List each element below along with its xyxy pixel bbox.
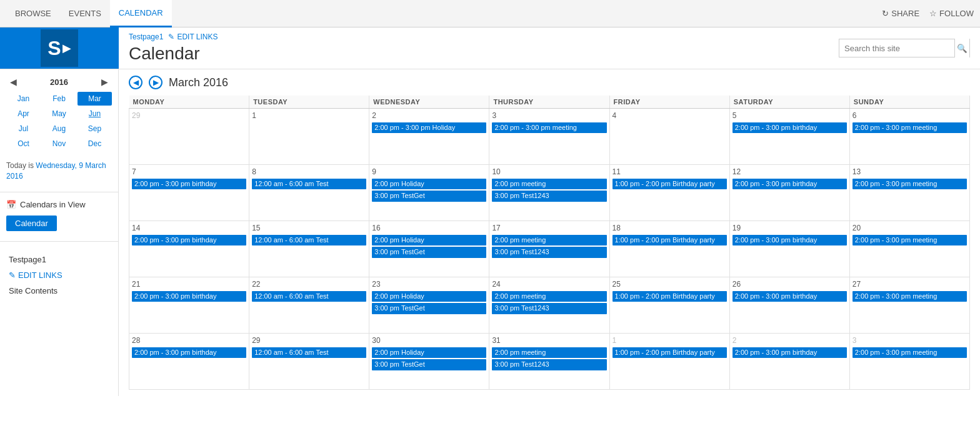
day-cell: 92:00 pm Holiday3:00 pm TestGet — [369, 165, 489, 221]
calendar-event[interactable]: 2:00 pm - 3:00 pm birthday — [132, 291, 246, 302]
mini-cal-next[interactable]: ▶ — [98, 76, 112, 88]
mini-month-jul[interactable]: Jul — [6, 122, 41, 136]
calendar-event[interactable]: 1:00 pm - 2:00 pm Birthday party — [612, 291, 727, 302]
cal-prev-button[interactable]: ◀ — [129, 76, 142, 89]
calendar-event[interactable]: 3:00 pm TestGet — [372, 359, 486, 370]
mini-cal-prev[interactable]: ◀ — [6, 76, 21, 88]
calendar-event[interactable]: 2:00 pm - 3:00 pm Holiday — [372, 122, 486, 133]
calendar-event[interactable]: 2:00 pm meeting — [492, 179, 606, 189]
week-row-2: 142:00 pm - 3:00 pm birthday1512:00 am -… — [129, 221, 970, 277]
calendar-event[interactable]: 2:00 pm - 3:00 pm meeting — [852, 235, 967, 245]
mini-cal-header: ◀ 2016 ▶ — [6, 76, 112, 88]
mini-month-aug[interactable]: Aug — [42, 122, 76, 136]
tab-events[interactable]: EVENTS — [60, 0, 110, 27]
mini-month-jan[interactable]: Jan — [6, 92, 41, 106]
day-number: 3 — [852, 336, 967, 345]
col-header-tuesday: TUESDAY — [249, 96, 369, 109]
calendar-event[interactable]: 12:00 am - 6:00 am Test — [252, 347, 366, 358]
day-cell: 272:00 pm - 3:00 pm meeting — [849, 277, 969, 334]
day-cell: 302:00 pm Holiday3:00 pm TestGet — [369, 334, 489, 390]
mini-month-feb[interactable]: Feb — [42, 92, 76, 106]
calendar-event[interactable]: 2:00 pm - 3:00 pm birthday — [132, 235, 246, 245]
calendar-event[interactable]: 2:00 pm - 3:00 pm birthday — [132, 179, 246, 189]
mini-month-oct[interactable]: Oct — [6, 137, 41, 151]
day-number: 2 — [372, 111, 486, 120]
calendar-event[interactable]: 3:00 pm TestGet — [372, 247, 486, 257]
day-cell: 251:00 pm - 2:00 pm Birthday party — [609, 277, 729, 334]
day-number: 24 — [492, 280, 606, 289]
mini-month-apr[interactable]: Apr — [6, 107, 41, 121]
calendar-event[interactable]: 1:00 pm - 2:00 pm Birthday party — [612, 235, 727, 245]
calendar-event[interactable]: 2:00 pm - 3:00 pm meeting — [852, 347, 967, 358]
calendar-event[interactable]: 2:00 pm Holiday — [372, 347, 486, 358]
calendar-nav: ◀ ▶ March 2016 — [129, 76, 970, 89]
calendar-event[interactable]: 3:00 pm TestGet — [372, 191, 486, 201]
calendar-event[interactable]: 3:00 pm TestGet — [372, 303, 486, 314]
sidebar: ◀ 2016 ▶ JanFebMarAprMayJunJulAugSepOctN… — [0, 69, 119, 396]
calendar-event[interactable]: 2:00 pm - 3:00 pm birthday — [732, 122, 847, 133]
share-button[interactable]: ↻ SHARE — [882, 9, 919, 18]
calendar-event[interactable]: 2:00 pm Holiday — [372, 179, 486, 189]
calendar-event[interactable]: 2:00 pm - 3:00 pm birthday — [132, 347, 246, 358]
calendar-event[interactable]: 2:00 pm - 3:00 pm meeting — [852, 122, 967, 133]
calendar-icon: 📅 — [6, 200, 16, 209]
tab-calendar[interactable]: CALENDAR — [110, 0, 172, 27]
header: S ▶ Testpage1 ✎ EDIT LINKS Calendar 🔍 — [0, 27, 980, 69]
calendar-event[interactable]: 12:00 am - 6:00 am Test — [252, 291, 366, 302]
mini-month-jun[interactable]: Jun — [78, 107, 112, 121]
calendar-event[interactable]: 1:00 pm - 2:00 pm Birthday party — [612, 179, 727, 189]
day-cell: 1 — [249, 109, 369, 165]
calendar-event[interactable]: 3:00 pm Test1243 — [492, 303, 606, 314]
calendar-event[interactable]: 12:00 am - 6:00 am Test — [252, 235, 366, 245]
calendar-event[interactable]: 2:00 pm - 3:00 pm birthday — [732, 291, 847, 302]
sidebar-item-testpage1[interactable]: Testpage1 — [0, 252, 118, 267]
day-cell: 172:00 pm meeting3:00 pm Test1243 — [489, 221, 609, 277]
search-button[interactable]: 🔍 — [954, 39, 969, 57]
follow-button[interactable]: ☆ FOLLOW — [929, 9, 974, 18]
day-number: 2 — [732, 336, 847, 345]
calendar-event[interactable]: 2:00 pm meeting — [492, 347, 606, 358]
day-number: 29 — [132, 111, 246, 120]
calendar-event[interactable]: 3:00 pm Test1243 — [492, 359, 606, 370]
sidebar-edit-links[interactable]: ✎ EDIT LINKS — [0, 267, 118, 283]
day-cell: 11:00 pm - 2:00 pm Birthday party — [609, 334, 729, 390]
calendar-event[interactable]: 2:00 pm - 3:00 pm meeting — [492, 122, 606, 133]
calendar-event[interactable]: 2:00 pm meeting — [492, 235, 606, 245]
day-number: 8 — [252, 167, 366, 176]
search-input[interactable] — [839, 44, 954, 53]
calendar-event[interactable]: 2:00 pm - 3:00 pm meeting — [852, 179, 967, 189]
calendar-event[interactable]: 2:00 pm - 3:00 pm birthday — [732, 235, 847, 245]
calendar-event[interactable]: 3:00 pm Test1243 — [492, 191, 606, 201]
calendar-event[interactable]: 1:00 pm - 2:00 pm Birthday party — [612, 347, 727, 358]
mini-cal-grid: JanFebMarAprMayJunJulAugSepOctNovDec — [6, 92, 112, 151]
calendar-event[interactable]: 2:00 pm - 3:00 pm meeting — [852, 291, 967, 302]
edit-links-header[interactable]: ✎ EDIT LINKS — [168, 32, 218, 41]
cal-next-button[interactable]: ▶ — [149, 76, 162, 89]
calendar-event[interactable]: 2:00 pm meeting — [492, 291, 606, 302]
day-cell: 181:00 pm - 2:00 pm Birthday party — [609, 221, 729, 277]
calendar-event[interactable]: 2:00 pm - 3:00 pm birthday — [732, 179, 847, 189]
calendar-button[interactable]: Calendar — [6, 216, 57, 231]
day-number: 1 — [612, 336, 727, 345]
divider-1 — [0, 192, 118, 192]
mini-calendar: ◀ 2016 ▶ JanFebMarAprMayJunJulAugSepOctN… — [0, 76, 118, 157]
day-cell: 262:00 pm - 3:00 pm birthday — [729, 277, 849, 334]
ribbon: BROWSE EVENTS CALENDAR ↻ SHARE ☆ FOLLOW — [0, 0, 980, 27]
col-header-saturday: SATURDAY — [729, 96, 849, 109]
sidebar-item-site-contents[interactable]: Site Contents — [0, 283, 118, 299]
mini-month-dec[interactable]: Dec — [78, 137, 112, 151]
calendar-area: ◀ ▶ March 2016 MONDAYTUESDAYWEDNESDAYTHU… — [119, 69, 980, 396]
day-cell: 202:00 pm - 3:00 pm meeting — [849, 221, 969, 277]
mini-month-sep[interactable]: Sep — [78, 122, 112, 136]
tab-browse[interactable]: BROWSE — [6, 0, 60, 27]
day-cell: 282:00 pm - 3:00 pm birthday — [129, 334, 249, 390]
calendar-event[interactable]: 2:00 pm - 3:00 pm birthday — [732, 347, 847, 358]
col-header-thursday: THURSDAY — [489, 96, 609, 109]
mini-month-may[interactable]: May — [42, 107, 76, 121]
calendar-event[interactable]: 2:00 pm Holiday — [372, 291, 486, 302]
calendar-event[interactable]: 3:00 pm Test1243 — [492, 247, 606, 257]
mini-month-mar[interactable]: Mar — [78, 92, 112, 106]
calendar-event[interactable]: 2:00 pm Holiday — [372, 235, 486, 245]
mini-month-nov[interactable]: Nov — [42, 137, 76, 151]
calendar-event[interactable]: 12:00 am - 6:00 am Test — [252, 179, 366, 189]
